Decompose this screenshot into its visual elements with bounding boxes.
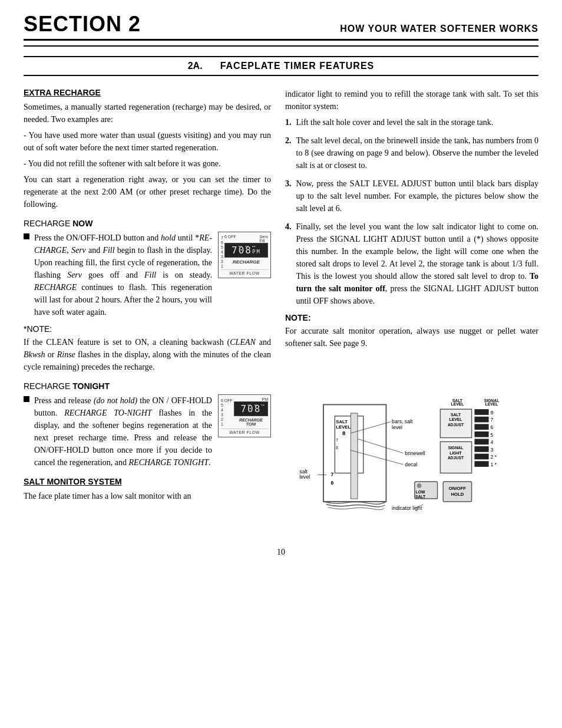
recharge-display-device-1: 7654321 6 OFFServFill 7̈0̈8̈PM RECHARGE … [218, 232, 271, 278]
right-column: indicator light to remind you to refill … [285, 88, 538, 536]
svg-text:SALT: SALT [336, 419, 348, 424]
step-4: 4. Finally, set the level you want the l… [285, 220, 538, 307]
step-4-text: Finally, set the level you want the low … [296, 220, 539, 307]
cleaning-word: cleaning [160, 338, 187, 347]
right-note-heading: NOTE: [285, 313, 538, 322]
page: SECTION 2 HOW YOUR WATER SOFTENER WORKS … [0, 0, 562, 728]
svg-rect-32 [474, 439, 488, 444]
page-number: 10 [24, 548, 538, 557]
recharge-tonight-section: RECHARGE TONIGHT Press and release (do n… [24, 381, 271, 469]
svg-text:2 *: 2 * [491, 454, 497, 460]
salt-level-label: salt [299, 469, 308, 475]
step-1: 1. Lift the salt hole cover and level th… [285, 116, 538, 129]
step-3: 3. Now, press the SALT LEVEL ADJUST butt… [285, 177, 538, 215]
steps-list: 1. Lift the salt hole cover and level th… [285, 116, 538, 307]
step-2: 2. The salt level decal, on the brinewel… [285, 134, 538, 172]
extra-recharge-bullet2: - You did not refill the softener with s… [24, 157, 271, 170]
header-subtitle: HOW YOUR WATER SOFTENER WORKS [340, 24, 538, 37]
section-2a-title-bar: 2A. FACEPLATE TIMER FEATURES [24, 56, 538, 76]
section-2a-label: 2A. [188, 61, 203, 71]
recharge-now-block: Press the ON/OFF-HOLD button and hold un… [24, 232, 271, 318]
svg-point-45 [417, 483, 422, 488]
svg-text:LEVEL: LEVEL [449, 417, 462, 421]
left-column: EXTRA RECHARGE Sometimes, a manually sta… [24, 88, 271, 536]
section-2a-heading: FACEPLATE TIMER FEATURES [220, 61, 375, 71]
recharge-tonight-text: Press and release (do not hold) the ON /… [34, 394, 212, 469]
bullet-icon-2 [24, 396, 29, 402]
svg-text:7: 7 [331, 472, 334, 477]
salt-monitor-heading: SALT MONITOR SYSTEM [24, 477, 271, 486]
salt-monitor-section: SALT MONITOR SYSTEM The face plate timer… [24, 477, 271, 502]
svg-text:LOW: LOW [416, 490, 425, 494]
svg-text:HOLD: HOLD [451, 492, 464, 497]
display2-lcd: 7̈0̈8̈ [234, 401, 268, 416]
svg-text:ON/OFF: ON/OFF [449, 486, 466, 491]
recharge-now-label-bold: NOW [72, 219, 92, 228]
svg-text:5: 5 [491, 432, 494, 438]
recharge-now-section: RECHARGE NOW Press the ON/OFF-HOLD butto… [24, 219, 271, 318]
svg-rect-24 [474, 409, 488, 415]
svg-text:SALT: SALT [415, 495, 426, 499]
note-section: *NOTE: If the CLEAN feature is set to ON… [24, 324, 271, 373]
display1-lcd: 7̈0̈8̈PM [224, 243, 268, 258]
svg-rect-36 [474, 454, 488, 460]
svg-text:6: 6 [336, 446, 338, 450]
bars-label: bars, salt [392, 419, 413, 424]
svg-text:LIGHT: LIGHT [449, 451, 462, 455]
note-text: If the CLEAN feature is set to ON, a cle… [24, 336, 271, 373]
svg-rect-30 [474, 431, 488, 437]
header-line [24, 45, 538, 47]
right-note-text: For accurate salt monitor operation, alw… [285, 325, 538, 350]
svg-text:6: 6 [331, 480, 334, 486]
svg-text:LEVEL: LEVEL [336, 424, 351, 430]
page-header: SECTION 2 HOW YOUR WATER SOFTENER WORKS [24, 12, 538, 41]
svg-rect-26 [474, 417, 488, 423]
step-2-text: The salt level decal, on the brinewell i… [296, 134, 539, 172]
svg-text:SIGNAL: SIGNAL [448, 446, 464, 450]
right-para1: indicator light to remind you to refill … [285, 88, 538, 113]
svg-rect-38 [474, 461, 488, 467]
recharge-display-device-2: 6 OFF54321 PM 7̈0̈8̈ RECHARGE TONI WATER… [218, 394, 271, 437]
svg-text:SALT: SALT [451, 413, 461, 417]
step-3-text: Now, press the SALT LEVEL ADJUST button … [296, 177, 539, 215]
diagram-svg: SALT LEVEL 8 7 6 brinewell decal [285, 359, 538, 536]
extra-recharge-para1: Sometimes, a manually started regenerati… [24, 101, 271, 126]
svg-text:1 *: 1 * [491, 462, 497, 467]
right-note-section: NOTE: For accurate salt monitor operatio… [285, 313, 538, 350]
bullet-icon [24, 233, 29, 239]
recharge-tonight-heading: RECHARGE TONIGHT [24, 381, 271, 391]
svg-line-8 [358, 439, 403, 453]
salt-monitor-text: The face plate timer has a low salt moni… [24, 490, 271, 502]
extra-recharge-para2: You can start a regeneration right away,… [24, 173, 271, 210]
svg-rect-28 [474, 424, 488, 430]
svg-text:level: level [299, 474, 310, 480]
display2-label: RECHARGE TONI [234, 418, 268, 426]
display1-bottom: WATER FLOW [221, 269, 268, 275]
svg-rect-34 [474, 446, 488, 452]
svg-text:8: 8 [342, 430, 346, 436]
svg-text:LEVEL: LEVEL [451, 402, 464, 406]
svg-text:7: 7 [336, 438, 338, 442]
recharge-now-text: Press the ON/OFF-HOLD button and hold un… [34, 232, 212, 318]
diagram-area: SALT LEVEL 8 7 6 brinewell decal [285, 359, 538, 536]
recharge-now-heading: RECHARGE NOW [24, 219, 271, 228]
svg-text:level: level [392, 424, 402, 430]
main-content: EXTRA RECHARGE Sometimes, a manually sta… [24, 88, 538, 536]
indicator-light-label: indicator light [392, 505, 422, 511]
svg-text:3: 3 [491, 447, 494, 453]
svg-text:7: 7 [491, 417, 494, 423]
step-1-text: Lift the salt hole cover and level the s… [296, 116, 494, 129]
svg-text:8: 8 [491, 410, 494, 416]
extra-recharge-section: EXTRA RECHARGE Sometimes, a manually sta… [24, 88, 271, 210]
note-heading: *NOTE: [24, 324, 271, 334]
display2-bottom: WATER FLOW [221, 429, 268, 434]
svg-text:LEVEL: LEVEL [485, 402, 498, 406]
svg-text:ADJUST: ADJUST [448, 456, 464, 460]
display1-label: RECHARGE [224, 259, 268, 265]
brinewell-label: brinewell [405, 450, 425, 456]
extra-recharge-bullet1: - You have used more water than usual (g… [24, 129, 271, 154]
recharge-now-label-normal: RECHARGE [24, 219, 72, 228]
decal-label: decal [405, 462, 417, 467]
extra-recharge-heading: EXTRA RECHARGE [24, 88, 271, 97]
svg-rect-7 [351, 413, 358, 499]
